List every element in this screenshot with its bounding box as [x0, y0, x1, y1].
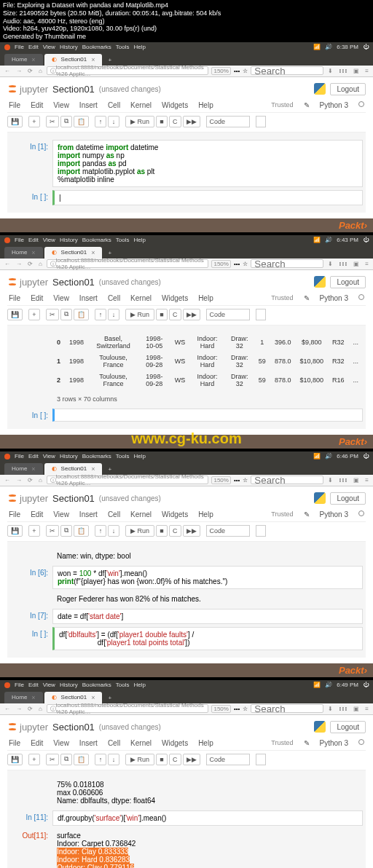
menu-history[interactable]: History — [60, 44, 78, 50]
address-bar[interactable]: ⓘ localhost:8888/notebooks/Documents/Sta… — [47, 259, 209, 268]
star-icon[interactable]: ☆ — [243, 68, 248, 74]
power-icon[interactable]: ⏻ — [363, 44, 369, 50]
run-button[interactable]: ▶ Run — [125, 116, 154, 127]
cell-input[interactable]: | — [52, 190, 363, 205]
jmenu-widgets[interactable]: Widgets — [162, 101, 188, 109]
notebook-title[interactable]: Section01 — [52, 84, 95, 95]
jmenu-cell[interactable]: Cell — [108, 101, 120, 109]
logout-button[interactable]: Logout — [330, 83, 366, 95]
forward-button[interactable]: → — [15, 261, 23, 267]
reload-button[interactable]: ⟳ — [26, 68, 34, 74]
menu-view[interactable]: View — [43, 44, 55, 50]
table-row: 11998Toulouse, France1998-09-28WSIndoor:… — [52, 352, 363, 371]
code-cell-active[interactable]: In [ ]: — [10, 409, 363, 422]
reader-icon[interactable]: ••• — [234, 68, 240, 74]
library-icon[interactable]: ⫿⫿⫿ — [337, 68, 349, 74]
menu-tools[interactable]: Tools — [116, 44, 130, 50]
jupyter-menubar: File Edit View Insert Cell Kernel Widget… — [7, 98, 366, 113]
close-icon[interactable]: × — [31, 56, 35, 63]
copy-button[interactable]: ⧉ — [60, 116, 72, 127]
menu-file[interactable]: File — [15, 44, 24, 50]
output-text: 75% 0.018108max 0.060606Name: dblfaults,… — [52, 778, 363, 808]
cut-button[interactable]: ✂ — [46, 116, 59, 127]
jupyter-logo[interactable]: jupyter — [7, 277, 48, 288]
code-cell[interactable]: In [11]: df.groupby('surface')['win'].me… — [10, 810, 363, 826]
screenshot-pane-4: FileEditViewHistoryBookmarksToolsHelp📶🔊6… — [0, 680, 373, 868]
paste-button[interactable]: 📋 — [74, 116, 89, 127]
cell-type-select[interactable]: Code — [206, 309, 250, 320]
trusted-indicator[interactable]: Trusted — [271, 101, 293, 109]
back-button[interactable]: ← — [3, 261, 12, 267]
command-palette-button[interactable] — [256, 116, 266, 127]
table-row: 21998Toulouse, France1998-09-28WSIndoor:… — [52, 371, 363, 390]
restart-run-all-button[interactable]: ▶▶ — [183, 116, 200, 127]
meta-gen: Generated by Thumbnail me — [3, 33, 370, 41]
wifi-icon[interactable]: 📶 — [313, 44, 321, 50]
code-cell[interactable]: In [6]: won = 100 * df['win'].mean() pri… — [10, 566, 363, 589]
tab-home[interactable]: Home× — [4, 54, 43, 66]
jmenu-edit[interactable]: Edit — [31, 101, 43, 109]
cell-input[interactable]: from datetime import datetime import num… — [52, 140, 363, 187]
menu-bookmarks[interactable]: Bookmarks — [82, 44, 111, 50]
browser-search[interactable] — [251, 66, 323, 75]
packt-watermark: Packt› — [0, 435, 373, 449]
restart-button[interactable]: C — [169, 116, 181, 127]
output-text: surface Indoor: Carpet 0.736842 Indoor: … — [52, 829, 363, 868]
window-close-icon[interactable] — [4, 44, 10, 50]
meta-file: File: Exploring a Dataset with pandas an… — [3, 1, 370, 9]
jmenu-file[interactable]: File — [9, 101, 20, 109]
jupyter-page: jupyter Section01 (unsaved changes) Logo… — [0, 77, 373, 218]
move-up-button[interactable]: ↑ — [95, 116, 106, 127]
forward-button[interactable]: → — [15, 68, 23, 74]
downloads-icon[interactable]: ⬇ — [326, 68, 334, 74]
python-logo-icon — [314, 83, 326, 95]
code-cell-active[interactable]: In [ ]: | — [10, 190, 363, 205]
jmenu-view[interactable]: View — [53, 101, 69, 109]
window-close-icon[interactable] — [4, 237, 10, 243]
kernel-indicator-icon — [358, 101, 364, 107]
save-button[interactable]: 💾 — [7, 116, 23, 127]
output-prompt: Out[11]: — [10, 829, 52, 868]
code-cell[interactable]: In [1]: from datetime import datetime im… — [10, 140, 363, 187]
logout-button[interactable]: Logout — [330, 276, 366, 288]
table-row: 01998Basel, Switzerland1998-10-05WSIndoo… — [52, 333, 363, 352]
edit-icon[interactable]: ✎ — [304, 101, 310, 109]
jmenu-help[interactable]: Help — [198, 101, 213, 109]
jupyter-toolbar: 💾 + ✂ ⧉ 📋 ↑ ↓ ▶ Run ■ C ▶▶ Code — [7, 113, 366, 133]
move-down-button[interactable]: ↓ — [108, 116, 119, 127]
desktop-menubar: File Edit View History Bookmarks Tools H… — [0, 42, 373, 52]
save-button[interactable]: 💾 — [7, 309, 23, 320]
video-metadata: File: Exploring a Dataset with pandas an… — [0, 0, 373, 42]
back-button[interactable]: ← — [3, 68, 12, 74]
sidebar-icon[interactable]: ▣ — [352, 68, 361, 74]
tab-home[interactable]: Home× — [4, 247, 43, 259]
add-cell-button[interactable]: + — [28, 309, 40, 320]
close-icon[interactable]: × — [91, 56, 95, 63]
run-button[interactable]: ▶ Run — [125, 309, 154, 320]
menu-edit[interactable]: Edit — [28, 44, 39, 50]
add-cell-button[interactable]: + — [28, 116, 40, 127]
code-cell[interactable]: In [7]: date = df['start date'] — [10, 609, 363, 624]
zoom-indicator[interactable]: 150% — [211, 67, 230, 75]
interrupt-button[interactable]: ■ — [156, 116, 168, 127]
reload-button[interactable]: ⟳ — [26, 261, 34, 267]
code-cell-active[interactable]: In [ ]: df['dblfaults'] = (df['player1 d… — [10, 627, 363, 650]
sound-icon[interactable]: 🔊 — [325, 44, 332, 50]
cell-input[interactable] — [52, 409, 363, 422]
screenshot-pane-1: File Edit View History Bookmarks Tools H… — [0, 42, 373, 232]
home-button[interactable]: ⌂ — [37, 261, 44, 267]
clock: 6:38 PM — [337, 44, 358, 50]
home-button[interactable]: ⌂ — [37, 68, 44, 74]
cell-type-select[interactable]: Code — [206, 116, 250, 127]
menu-help[interactable]: Help — [133, 44, 145, 50]
menu-icon[interactable]: ≡ — [364, 68, 370, 74]
jmenu-insert[interactable]: Insert — [79, 101, 98, 109]
jmenu-kernel[interactable]: Kernel — [130, 101, 152, 109]
screenshot-pane-2: FileEditViewHistoryBookmarksToolsHelp📶🔊6… — [0, 235, 373, 449]
kernel-name[interactable]: Python 3 — [320, 101, 348, 109]
jupyter-logo[interactable]: jupyter — [7, 84, 48, 95]
packt-watermark: Packt› — [0, 663, 373, 677]
packt-watermark: Packt› — [0, 218, 373, 232]
screenshot-pane-3: FileEditViewHistoryBookmarksToolsHelp📶🔊6… — [0, 451, 373, 677]
address-bar[interactable]: ⓘ localhost:8888/notebooks/Documents/Sta… — [47, 66, 209, 75]
